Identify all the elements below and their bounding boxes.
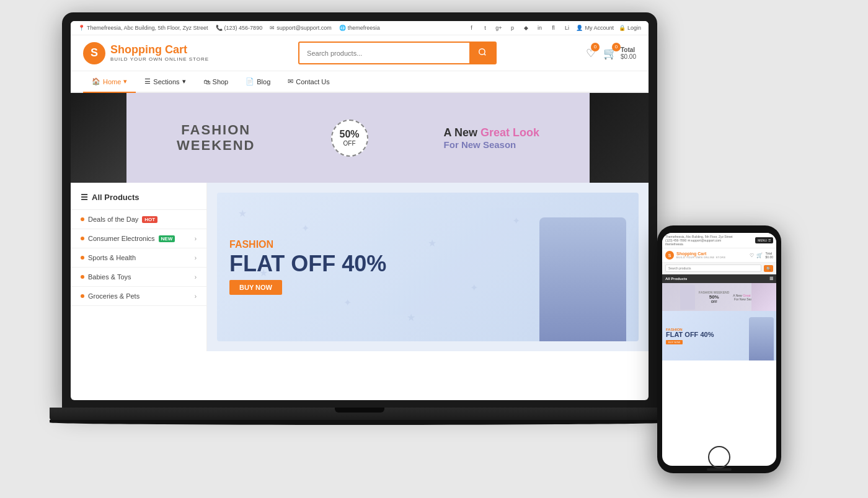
fashion-banner: ★ ✦ ★ ✦ ★ ✦ ★ ✦ ★ <box>217 193 639 341</box>
search-input[interactable] <box>299 45 469 62</box>
star-icon: ✦ <box>512 215 520 227</box>
hero-content: FASHION WEEKEND 50% OFF A New <box>126 113 590 163</box>
logo-text: Shopping Cart BUILD YOUR OWN ONLINE STOR… <box>110 44 209 62</box>
sections-icon: ☰ <box>144 77 151 85</box>
phone-cart-area: ♡ 🛒 Total$0.00 <box>750 251 773 259</box>
hamburger-icon: ☰ <box>768 238 771 242</box>
phone-logo-text-area: Shopping Cart BUILD YOUR OWN ONLINE STOR… <box>676 251 726 259</box>
bullet-icon <box>81 275 84 279</box>
search-bar[interactable] <box>298 42 497 64</box>
contact-icon: ✉ <box>288 77 293 85</box>
banner-model-image <box>539 217 626 341</box>
phone-topbar-text: Themefreesia, Abc Building, 5th Floor, Z… <box>665 235 733 246</box>
phone-logo-icon: S <box>665 251 674 260</box>
phone-wishlist-icon[interactable]: ♡ <box>750 253 754 258</box>
chevron-right-icon: › <box>195 274 197 281</box>
globe-icon: 🌐 <box>339 25 346 31</box>
nav-item-shop[interactable]: 🛍 Shop <box>195 72 237 93</box>
search-button[interactable] <box>469 43 495 63</box>
sidebar-item-sports[interactable]: Sports & Health › <box>71 248 206 268</box>
cart-badge: 0 <box>612 43 621 51</box>
buy-now-button[interactable]: BUY NOW <box>229 280 282 295</box>
wishlist-badge: 0 <box>591 43 600 51</box>
nav-item-blog[interactable]: 📄 Blog <box>237 71 279 93</box>
fashion-title: FASHION WEEKEND <box>177 123 255 152</box>
sidebar-item-groceries[interactable]: Groceries & Pets › <box>71 287 206 306</box>
dribbble-icon[interactable]: ◆ <box>521 24 530 32</box>
site-header: S Shopping Cart BUILD YOUR OWN ONLINE ST… <box>71 35 649 71</box>
twitter-icon[interactable]: t <box>480 24 489 32</box>
instagram-icon[interactable]: in <box>535 24 544 32</box>
login-link[interactable]: 🔒 Login <box>619 25 641 31</box>
phone-screen: Themefreesia, Abc Building, 5th Floor, Z… <box>662 233 776 466</box>
pinterest-icon[interactable]: p <box>508 24 516 32</box>
navigation: 🏠 Home ▾ ☰ Sections ▾ 🛍 Shop <box>71 71 649 93</box>
phone-header: S Shopping Cart BUILD YOUR OWN ONLINE ST… <box>662 248 776 263</box>
googleplus-icon[interactable]: g+ <box>494 24 503 32</box>
star-icon: ✦ <box>301 222 309 234</box>
cart-area: ♡ 0 🛒 0 Total $0.00 <box>586 46 636 60</box>
my-account-link[interactable]: 👤 My Account <box>576 25 614 31</box>
star-icon: ★ <box>407 312 415 323</box>
sidebar-item-electronics[interactable]: Consumer Electronics NEW › <box>71 229 206 248</box>
phone-hamburger-icon[interactable]: ☰ <box>769 276 773 281</box>
address-info: 📍 Themefreesia, Abc Building, 5th Floor,… <box>78 25 208 31</box>
top-bar-contact: 📍 Themefreesia, Abc Building, 5th Floor,… <box>78 25 380 31</box>
new-tag: NEW <box>159 235 175 242</box>
phone-device: Themefreesia, Abc Building, 5th Floor, Z… <box>657 225 781 473</box>
flickr-icon[interactable]: fl <box>549 24 557 32</box>
website: 📍 Themefreesia, Abc Building, 5th Floor,… <box>71 21 649 400</box>
cart-total: Total $0.00 <box>621 46 636 60</box>
bullet-icon <box>81 217 84 221</box>
phone-banner-model <box>749 317 774 360</box>
svg-point-0 <box>479 49 485 55</box>
phone-search-button[interactable]: 🔍 <box>764 265 773 272</box>
phone-cart-icon[interactable]: 🛒 <box>756 253 763 258</box>
website-info: 🌐 themefreesia <box>339 25 380 31</box>
nav-item-contact[interactable]: ✉ Contact Us <box>279 71 338 93</box>
cart-button[interactable]: 🛒 0 Total $0.00 <box>603 46 636 60</box>
nav-item-sections[interactable]: ☰ Sections ▾ <box>136 71 194 93</box>
phone-body: Themefreesia, Abc Building, 5th Floor, Z… <box>657 225 781 473</box>
linkedin-icon[interactable]: Li <box>562 24 571 32</box>
phone-website: Themefreesia, Abc Building, 5th Floor, Z… <box>662 233 776 466</box>
star-icon: ✦ <box>343 297 352 308</box>
top-bar: 📍 Themefreesia, Abc Building, 5th Floor,… <box>71 21 649 35</box>
phone-hero-content: FASHION WEEKEND 50% OFF A New Great Look… <box>678 283 761 311</box>
fashion-weekend-text: FASHION WEEKEND <box>177 123 255 152</box>
phone-menu-button[interactable]: MENU ☰ <box>755 237 773 243</box>
hero-tagline: A New Great Look For New Season <box>444 126 539 150</box>
svg-line-1 <box>484 54 486 56</box>
email-info: ✉ support@support.com <box>270 25 332 31</box>
email-icon: ✉ <box>270 25 275 31</box>
phone-hero-right-image <box>751 283 776 311</box>
location-icon: 📍 <box>78 25 85 31</box>
chevron-right-icon: › <box>195 255 197 261</box>
phone-search-input[interactable] <box>665 264 761 272</box>
sidebar-item-deals[interactable]: Deals of the Day HOT <box>71 210 206 229</box>
hero-right-image <box>590 93 649 183</box>
laptop-notch <box>335 408 384 413</box>
bullet-icon <box>81 294 84 298</box>
laptop-screen: 📍 Themefreesia, Abc Building, 5th Floor,… <box>71 21 649 400</box>
product-banner-area: ★ ✦ ★ ✦ ★ ✦ ★ ✦ ★ <box>207 183 649 351</box>
chevron-right-icon: › <box>195 293 197 300</box>
banner-text: FASHION FLAT OFF 40% BUY NOW <box>229 239 386 295</box>
logo[interactable]: S Shopping Cart BUILD YOUR OWN ONLINE ST… <box>83 42 209 64</box>
wishlist-button[interactable]: ♡ 0 <box>586 46 596 60</box>
shop-icon: 🛍 <box>203 78 210 85</box>
nav-item-home[interactable]: 🏠 Home ▾ <box>83 71 136 93</box>
bullet-icon <box>81 237 84 240</box>
home-icon: 🏠 <box>92 77 100 85</box>
phone-banner-text: FASHION FLAT OFF 40% BUY NOW <box>666 328 714 344</box>
sidebar-menu: Deals of the Day HOT Consumer Electronic… <box>71 210 206 306</box>
scene: 📍 Themefreesia, Abc Building, 5th Floor,… <box>0 0 868 498</box>
phone-fashion-banner: FASHION FLAT OFF 40% BUY NOW <box>662 311 776 360</box>
top-bar-social[interactable]: f t g+ p ◆ in fl Li 👤 My Account <box>467 24 641 32</box>
blog-icon: 📄 <box>246 77 254 85</box>
hot-tag: HOT <box>142 216 157 223</box>
phone-home-button[interactable] <box>708 446 730 468</box>
sidebar-item-babies[interactable]: Babies & Toys › <box>71 268 206 287</box>
facebook-icon[interactable]: f <box>467 24 476 32</box>
phone-hero-banner: FASHION WEEKEND 50% OFF A New Great Look… <box>662 283 776 311</box>
